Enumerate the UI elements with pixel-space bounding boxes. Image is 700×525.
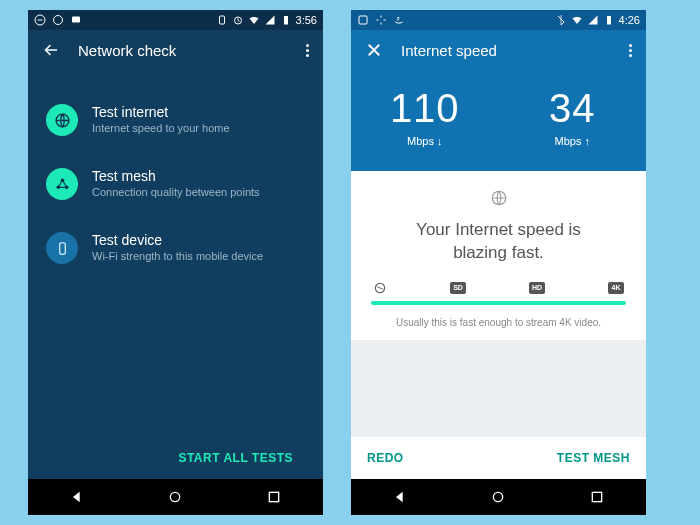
system-nav-bar	[351, 479, 646, 515]
page-title: Internet speed	[401, 42, 497, 59]
start-all-tests-button[interactable]: START ALL TESTS	[178, 451, 293, 465]
nav-back-icon[interactable]	[392, 489, 408, 505]
test-subtitle: Wi-Fi strength to this mobile device	[92, 250, 263, 262]
screen-network-check: 3:56 Network check Test internet Interne…	[28, 10, 323, 515]
globe-icon	[365, 189, 632, 211]
svg-rect-3	[219, 16, 224, 24]
line-icon	[34, 14, 46, 26]
speed-gauge-labels: SD HD 4K	[365, 281, 632, 295]
alarm-icon	[232, 14, 244, 26]
result-message: Your Internet speed is blazing fast.	[387, 219, 610, 265]
wifi-icon	[248, 14, 260, 26]
phone-icon	[46, 232, 78, 264]
test-internet-row[interactable]: Test internet Internet speed to your hom…	[42, 88, 309, 152]
result-card: Your Internet speed is blazing fast. SD …	[351, 171, 646, 340]
bluetooth-icon	[555, 14, 567, 26]
nav-back-icon[interactable]	[69, 489, 85, 505]
close-icon[interactable]	[365, 41, 383, 59]
status-bar: 3:56	[28, 10, 323, 30]
svg-point-11	[171, 492, 180, 501]
earth-icon	[373, 281, 387, 295]
test-title: Test internet	[92, 104, 230, 120]
nav-recent-icon[interactable]	[266, 489, 282, 505]
label-4k: 4K	[608, 282, 624, 294]
cloud-icon	[52, 14, 64, 26]
signal-icon	[264, 14, 276, 26]
svg-rect-18	[592, 492, 601, 501]
label-sd: SD	[450, 282, 466, 294]
test-list: Test internet Internet speed to your hom…	[28, 70, 323, 479]
nav-home-icon[interactable]	[490, 489, 506, 505]
upload-unit: Mbps ↑	[499, 135, 647, 147]
image-icon	[357, 14, 369, 26]
mesh-icon	[46, 168, 78, 200]
speed-hero: 110 Mbps ↓ 34 Mbps ↑	[351, 70, 646, 171]
download-unit: Mbps ↓	[351, 135, 499, 147]
speed-bar	[371, 301, 626, 305]
test-title: Test device	[92, 232, 263, 248]
globe-icon	[46, 104, 78, 136]
redo-button[interactable]: REDO	[367, 451, 404, 465]
screen-internet-speed: 4:26 Internet speed 110 Mbps ↓ 34 Mbps ↑	[351, 10, 646, 515]
test-mesh-button[interactable]: TEST MESH	[557, 451, 630, 465]
download-value: 110	[351, 86, 499, 131]
test-subtitle: Internet speed to your home	[92, 122, 230, 134]
app-bar: Internet speed	[351, 30, 646, 70]
download-metric: 110 Mbps ↓	[351, 86, 499, 147]
svg-point-1	[54, 16, 63, 25]
svg-rect-14	[607, 16, 611, 25]
page-title: Network check	[78, 42, 176, 59]
battery-icon	[280, 14, 292, 26]
overflow-menu-icon[interactable]	[306, 44, 309, 57]
vibrate-icon	[216, 14, 228, 26]
footer: START ALL TESTS	[42, 437, 309, 479]
app-bar: Network check	[28, 30, 323, 70]
battery-icon	[603, 14, 615, 26]
nav-home-icon[interactable]	[167, 489, 183, 505]
status-clock: 4:26	[619, 14, 640, 26]
label-hd: HD	[529, 282, 545, 294]
back-icon[interactable]	[42, 41, 60, 59]
chat-icon	[70, 14, 82, 26]
result-note: Usually this is fast enough to stream 4K…	[365, 317, 632, 328]
upload-value: 34	[499, 86, 647, 131]
loader-icon	[375, 14, 387, 26]
svg-rect-13	[359, 16, 367, 24]
svg-rect-5	[284, 16, 288, 25]
test-title: Test mesh	[92, 168, 260, 184]
status-bar: 4:26	[351, 10, 646, 30]
system-nav-bar	[28, 479, 323, 515]
overflow-menu-icon[interactable]	[629, 44, 632, 57]
nav-recent-icon[interactable]	[589, 489, 605, 505]
test-subtitle: Connection quality between points	[92, 186, 260, 198]
wifi-icon	[571, 14, 583, 26]
test-mesh-row[interactable]: Test mesh Connection quality between poi…	[42, 152, 309, 216]
footer: REDO TEST MESH	[351, 437, 646, 479]
svg-rect-2	[72, 17, 80, 23]
signal-icon	[587, 14, 599, 26]
status-clock: 3:56	[296, 14, 317, 26]
svg-rect-12	[269, 492, 278, 501]
amazon-icon	[393, 14, 405, 26]
svg-rect-10	[59, 242, 65, 253]
test-device-row[interactable]: Test device Wi-Fi strength to this mobil…	[42, 216, 309, 280]
svg-point-17	[494, 492, 503, 501]
upload-metric: 34 Mbps ↑	[499, 86, 647, 147]
